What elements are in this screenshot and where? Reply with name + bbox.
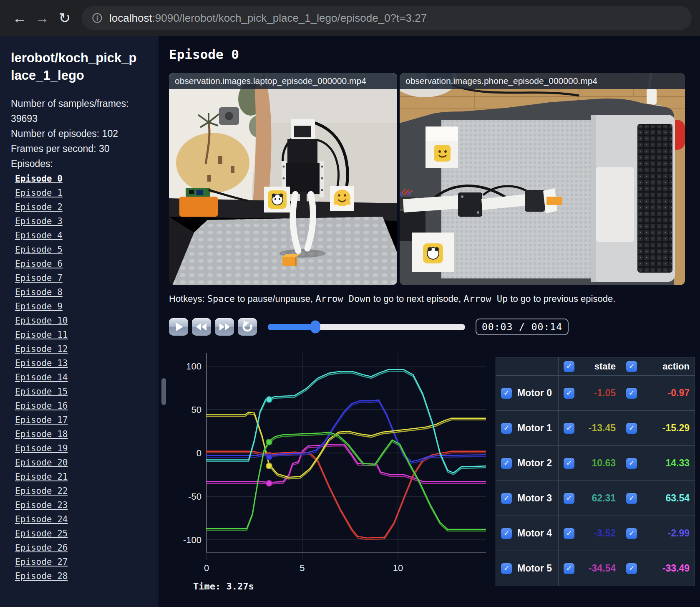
forward-icon[interactable]: →	[31, 0, 53, 36]
info-icon[interactable]	[92, 13, 103, 23]
videos-row: observation.images.laptop_episode_000000…	[169, 73, 700, 285]
motor-2-state-checkbox[interactable]: ✓	[564, 458, 574, 469]
motor-5-action-checkbox[interactable]: ✓	[626, 563, 637, 574]
sidebar-episode-link[interactable]: Episode 27	[15, 557, 68, 567]
motor-1-checkbox[interactable]: ✓	[501, 423, 512, 434]
episode-list-item: Episode 7	[11, 271, 159, 286]
sidebar-episode-link[interactable]: Episode 0	[15, 174, 63, 184]
state-column-header: state	[574, 361, 616, 372]
motor-4-action-checkbox[interactable]: ✓	[626, 528, 637, 539]
motor-3-checkbox[interactable]: ✓	[501, 493, 512, 504]
sidebar-episode-link[interactable]: Episode 19	[15, 443, 68, 453]
sidebar-episode-link[interactable]: Episode 9	[15, 301, 63, 311]
sidebar-episode-link[interactable]: Episode 21	[15, 472, 68, 482]
sidebar-episode-link[interactable]: Episode 4	[15, 230, 63, 240]
laptop-video-scene	[169, 73, 397, 285]
hotkeys-text: Hotkeys: Space to pause/unpause, Arrow D…	[169, 293, 700, 304]
url-bar[interactable]: localhost:9090/lerobot/koch_pick_place_1…	[82, 6, 692, 30]
motor-4-state-checkbox[interactable]: ✓	[564, 528, 574, 539]
motor-5-checkbox[interactable]: ✓	[501, 563, 512, 574]
scrollbar-thumb[interactable]	[161, 378, 166, 405]
sidebar-episode-link[interactable]: Episode 14	[15, 372, 68, 382]
url-path: :9090/lerobot/koch_pick_place_1_lego/epi…	[152, 12, 427, 24]
sidebar-episode-link[interactable]: Episode 22	[15, 486, 68, 496]
sidebar-episode-link[interactable]: Episode 1	[15, 188, 63, 198]
sidebar-episode-link[interactable]: Episode 24	[15, 514, 68, 524]
sidebar-episode-link[interactable]: Episode 2	[15, 202, 63, 212]
motor-0-checkbox[interactable]: ✓	[501, 388, 512, 399]
sidebar-episode-link[interactable]: Episode 5	[15, 245, 63, 255]
rewind-button[interactable]	[192, 318, 211, 336]
emoji-box-top-left	[426, 126, 458, 168]
reload-icon[interactable]: ↻	[53, 0, 76, 36]
chart-wrap: 100500-50-1000510 Time: 3.27s	[169, 346, 486, 592]
empty-header-cell	[496, 357, 559, 376]
sidebar-episode-link[interactable]: Episode 6	[15, 259, 63, 269]
sidebar-episode-link[interactable]: Episode 12	[15, 344, 68, 354]
sidebar-episode-link[interactable]: Episode 20	[15, 458, 68, 468]
sidebar-episode-link[interactable]: Episode 3	[15, 216, 63, 226]
motor-0-action-checkbox[interactable]: ✓	[626, 388, 637, 399]
motor-row: ✓Motor 4✓-3.52✓-2.99	[496, 516, 695, 551]
action-column-checkbox[interactable]: ✓	[626, 361, 637, 372]
motor-1-action-checkbox[interactable]: ✓	[626, 423, 637, 434]
video-phone: observation.images.phone_episode_000000.…	[400, 73, 685, 285]
orange-brick-top	[546, 197, 562, 205]
motor-action-value: 14.33	[637, 458, 690, 469]
episode-list-item: Episode 20	[11, 456, 159, 470]
player-controls: 00:03 / 00:14	[169, 318, 700, 336]
sidebar-episode-link[interactable]: Episode 28	[15, 571, 68, 581]
episode-list-item: Episode 22	[11, 484, 159, 498]
sidebar-episode-link[interactable]: Episode 16	[15, 401, 68, 411]
state-column-checkbox[interactable]: ✓	[564, 361, 574, 372]
dataset-stats: Number of samples/frames: 39693 Number o…	[11, 96, 141, 171]
episode-list-item: Episode 9	[11, 300, 159, 314]
seek-thumb[interactable]	[310, 321, 320, 334]
episode-list-item: Episode 1	[11, 186, 159, 200]
play-icon	[172, 321, 185, 333]
motor-4-checkbox[interactable]: ✓	[501, 528, 512, 539]
loop-button[interactable]	[238, 318, 257, 336]
motor-state-value: -1.05	[574, 387, 616, 399]
sidebar-episode-link[interactable]: Episode 10	[15, 316, 68, 326]
stat-fps: Frames per second: 30	[11, 141, 141, 156]
motor-0-state-checkbox[interactable]: ✓	[564, 388, 574, 399]
sidebar-episode-link[interactable]: Episode 25	[15, 529, 68, 539]
motor-3-state-checkbox[interactable]: ✓	[564, 493, 574, 504]
fast-forward-button[interactable]	[215, 318, 234, 336]
episodes-label: Episodes:	[11, 156, 141, 171]
browser-toolbar: ← → ↻ localhost:9090/lerobot/koch_pick_p…	[0, 0, 700, 36]
motor-state-value: -3.52	[574, 528, 616, 539]
episode-list-item: Episode 18	[11, 427, 159, 442]
play-button[interactable]	[169, 318, 188, 336]
url-text: localhost:9090/lerobot/koch_pick_place_1…	[109, 12, 427, 25]
motors-table: ✓state ✓action ✓Motor 0✓-1.05✓-0.97✓Moto…	[496, 357, 695, 586]
sidebar-episode-link[interactable]: Episode 8	[15, 287, 63, 297]
seek-slider[interactable]	[268, 324, 465, 330]
sidebar-episode-link[interactable]: Episode 13	[15, 358, 68, 368]
motor-1-state-checkbox[interactable]: ✓	[564, 423, 574, 434]
episode-list-item: Episode 25	[11, 527, 159, 541]
motor-state-value: -13.45	[574, 422, 616, 434]
motor-3-action-checkbox[interactable]: ✓	[626, 493, 637, 504]
sidebar-episode-link[interactable]: Episode 15	[15, 387, 68, 397]
motor-5-state-checkbox[interactable]: ✓	[564, 563, 574, 574]
emoji-box-left	[264, 187, 290, 212]
emoji-box-bottom-left	[412, 233, 454, 272]
back-icon[interactable]: ←	[8, 0, 31, 36]
sidebar-episode-link[interactable]: Episode 23	[15, 500, 68, 510]
sidebar-episode-link[interactable]: Episode 26	[15, 543, 68, 553]
episode-list-item: Episode 19	[11, 442, 159, 456]
action-column-header: action	[637, 361, 690, 372]
time-display: 00:03 / 00:14	[476, 319, 569, 335]
sidebar-episode-link[interactable]: Episode 7	[15, 273, 63, 283]
motor-state-value: 10.63	[574, 458, 616, 469]
episode-list-item: Episode 24	[11, 513, 159, 527]
sidebar-episode-link[interactable]: Episode 18	[15, 429, 68, 439]
sidebar-episode-link[interactable]: Episode 17	[15, 415, 68, 425]
sidebar-episode-link[interactable]: Episode 11	[15, 330, 68, 340]
episode-list-item: Episode 3	[11, 215, 159, 229]
motor-2-action-checkbox[interactable]: ✓	[626, 458, 637, 469]
y-tick-label: -100	[183, 535, 201, 545]
motor-2-checkbox[interactable]: ✓	[501, 458, 512, 469]
